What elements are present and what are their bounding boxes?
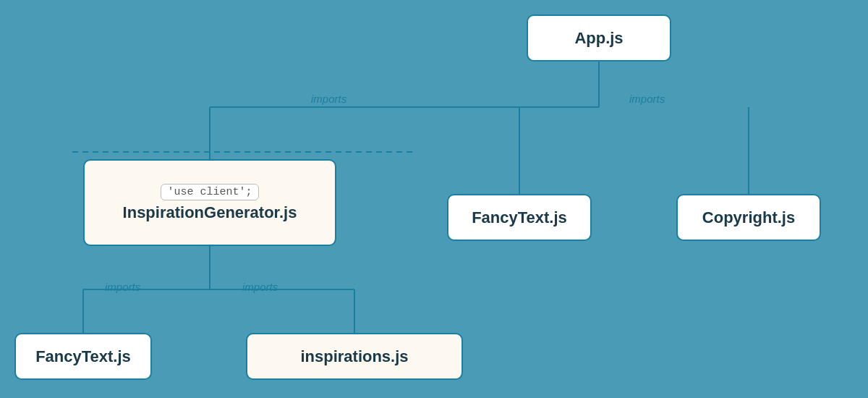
fancy-text-bottom-node: FancyText.js: [14, 333, 152, 380]
inspiration-generator-label: InspirationGenerator.js: [123, 203, 297, 222]
inspiration-generator-node: 'use client'; InspirationGenerator.js: [83, 159, 336, 246]
inspirations-node: inspirations.js: [246, 333, 463, 380]
imports-label-bottom-right: imports: [242, 281, 278, 293]
imports-label-top-left: imports: [311, 93, 346, 105]
diagram: imports imports imports imports App.js '…: [0, 0, 868, 398]
fancy-text-bottom-label: FancyText.js: [35, 347, 131, 366]
app-label: App.js: [574, 29, 623, 48]
copyright-node: Copyright.js: [676, 194, 821, 241]
imports-label-bottom-left: imports: [105, 281, 140, 293]
fancy-text-top-node: FancyText.js: [447, 194, 592, 241]
copyright-label: Copyright.js: [702, 208, 795, 227]
inspirations-label: inspirations.js: [300, 347, 408, 366]
app-node: App.js: [527, 14, 671, 62]
fancy-text-top-label: FancyText.js: [472, 208, 567, 227]
use-client-label: 'use client';: [161, 184, 258, 200]
imports-label-top-right: imports: [629, 93, 665, 105]
